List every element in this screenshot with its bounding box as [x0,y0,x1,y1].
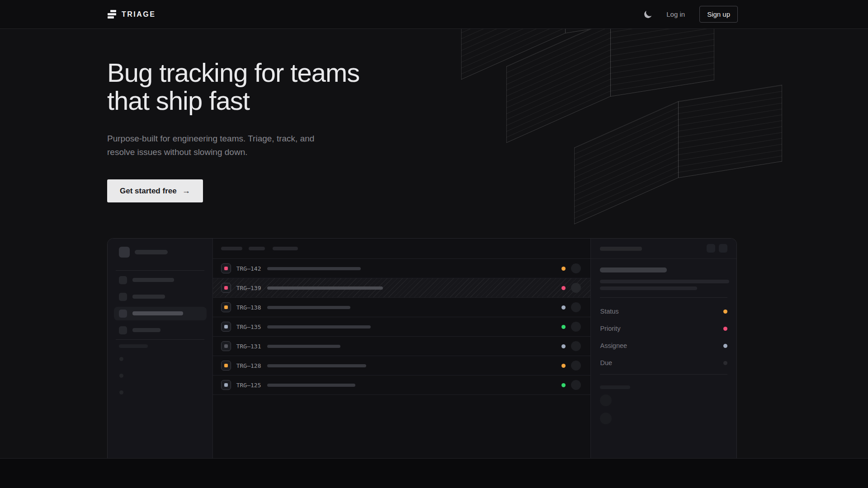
mockup-sidebar [108,239,213,458]
hero-subtitle: Purpose-built for engineering teams. Tri… [107,132,314,159]
issue-key: TRG–125 [236,382,264,389]
nav-actions: Log in Sign up [644,6,738,23]
hero-subtitle-line1: Purpose-built for engineering teams. Tri… [107,132,314,145]
issue-list: TRG–142 TRG–139 TRG–138 TRG–1 [213,259,591,395]
issue-avatar-placeholder [571,302,581,312]
issue-status-dot [561,383,566,387]
sidebar-nav-item-active-placeholder [114,307,207,320]
tab-placeholder [221,247,242,250]
issue-key: TRG–128 [236,362,264,369]
mock-issue-row: TRG–135 [213,317,591,337]
issue-key: TRG–142 [236,265,264,272]
property-list: Status Priority Assignee Due [591,303,736,371]
detail-section-label-placeholder [600,385,630,389]
moon-icon[interactable] [643,9,653,19]
arrow-right-icon: → [182,186,190,196]
issue-type-icon [221,361,231,371]
triage-bars-icon [107,10,117,19]
issue-avatar-placeholder [571,283,581,293]
mockup-detail-panel: Status Priority Assignee Due [590,239,736,458]
mock-issue-row: TRG–131 [213,337,591,356]
issue-row-meta [561,356,581,375]
mock-issue-row: TRG–142 [213,259,591,278]
footer-section [0,458,868,488]
detail-action-placeholder [719,244,727,253]
property-value-dot [723,327,727,331]
property-row: Assignee [591,337,736,354]
brand-name: TRIAGE [122,10,156,19]
divider [116,339,204,340]
issue-key: TRG–131 [236,343,264,350]
issue-row-meta [561,337,581,356]
mockup-detail-header [591,239,736,259]
property-row: Priority [591,320,736,337]
sidebar-section-label-placeholder [119,344,148,348]
issue-title-placeholder [267,306,350,309]
issue-type-icon [221,322,231,332]
sidebar-dot-placeholder [119,390,123,394]
tab-placeholder [249,247,265,250]
issue-key: TRG–139 [236,285,264,291]
sidebar-nav-item-placeholder [114,290,207,304]
detail-action-placeholder [707,244,715,253]
mock-issue-row: TRG–125 [213,375,591,395]
sidebar-dot-placeholder [119,374,123,378]
issue-row-meta [561,298,581,317]
mock-issue-row: TRG–139 [213,278,591,298]
wireframe-sheet [574,101,782,178]
workspace-avatar-placeholder [119,247,130,258]
landing-page: TRIAGE Log in Sign up Bug tracking for t… [0,0,868,488]
mock-issue-row: TRG–128 [213,356,591,375]
issue-type-icon [221,263,231,273]
property-value-dot [723,344,727,348]
detail-text-placeholder [600,286,697,290]
wireframe-sheet [461,29,669,33]
issue-avatar-placeholder [571,263,581,273]
hero-section: Bug tracking for teams that ship fast Pu… [0,29,868,458]
property-value-dot [723,361,727,365]
wireframe-sheet [506,29,714,97]
issue-title-placeholder [267,286,383,290]
hero-title-line1: Bug tracking for teams [107,59,359,87]
issue-status-dot [561,325,566,329]
sidebar-nav-item-placeholder [114,324,207,337]
issue-status-dot [561,286,566,290]
hero-title: Bug tracking for teams that ship fast [107,59,359,115]
issue-avatar-placeholder [571,322,581,332]
detail-header-placeholder [600,247,642,251]
property-value-dot [723,310,727,314]
issue-title-placeholder [267,364,366,367]
divider [116,270,204,271]
property-label: Due [600,359,612,366]
issue-title-placeholder [267,345,340,348]
brand-logo[interactable]: TRIAGE [107,10,156,19]
issue-title-placeholder [267,384,355,387]
hero-subtitle-line2: resolve issues without slowing down. [107,145,314,159]
app-mockup-card: TRG–142 TRG–139 TRG–138 TRG–1 [107,238,737,458]
issue-avatar-placeholder [571,380,581,390]
signup-button[interactable]: Sign up [699,6,738,23]
issue-status-dot [561,364,566,368]
workspace-name-placeholder [135,250,168,254]
issue-row-meta [561,259,581,278]
issue-status-dot [561,305,566,310]
issue-key: TRG–138 [236,304,264,311]
sidebar-dot-placeholder [119,357,123,361]
issue-row-meta [561,317,581,336]
issue-type-icon [221,302,231,312]
property-label: Status [600,308,618,315]
mockup-issue-list-panel: TRG–142 TRG–139 TRG–138 TRG–1 [213,239,591,458]
property-row: Due [591,354,736,371]
issue-type-icon [221,283,231,293]
detail-avatar-placeholder [600,394,612,406]
detail-title-placeholder [600,267,667,272]
issue-avatar-placeholder [571,361,581,371]
property-row: Status [591,303,736,320]
issue-title-placeholder [267,267,361,270]
detail-text-placeholder [600,280,729,283]
issue-avatar-placeholder [571,341,581,351]
get-started-button[interactable]: Get started free → [107,179,203,202]
property-label: Assignee [600,342,627,349]
login-link[interactable]: Log in [666,10,685,18]
property-label: Priority [600,325,620,332]
